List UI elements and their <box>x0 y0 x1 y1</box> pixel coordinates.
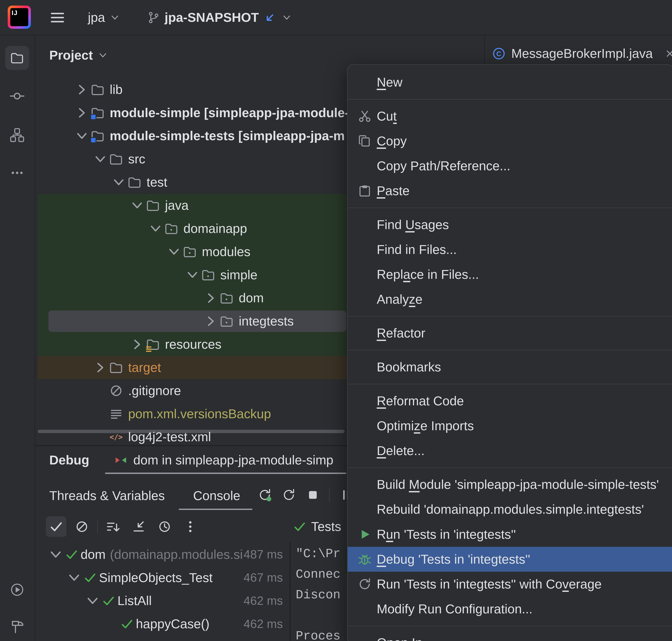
tree-item-gitignore[interactable]: .gitignore <box>38 379 347 402</box>
tree-item-domainapp[interactable]: domainapp <box>38 217 347 240</box>
chevron-down-icon[interactable] <box>92 152 109 166</box>
menu-item-bookmarks[interactable]: Bookmarks <box>348 355 672 380</box>
chevron-right-icon[interactable] <box>74 82 90 97</box>
menu-item-reformat-code[interactable]: Reformat Code <box>348 388 672 413</box>
tool-button-project[interactable] <box>5 46 29 70</box>
history-button[interactable] <box>154 516 175 537</box>
tree-item-src[interactable]: src <box>38 148 347 171</box>
tab-console[interactable]: Console <box>193 489 240 503</box>
tool-button-more[interactable] <box>5 161 29 185</box>
project-panel-header[interactable]: Project <box>49 45 108 66</box>
menu-item-debug-tests-in-integtests[interactable]: Debug 'Tests in 'integtests'' <box>348 547 672 572</box>
menu-separator <box>348 208 672 208</box>
tree-item-test[interactable]: test <box>38 171 347 194</box>
rerun-button[interactable] <box>257 487 272 503</box>
menu-item-copy[interactable]: Copy <box>348 129 672 153</box>
sort-button[interactable] <box>103 516 123 537</box>
chevron-down-icon[interactable] <box>66 570 83 585</box>
ignore-button[interactable] <box>71 516 92 537</box>
kebab-icon <box>183 519 198 534</box>
project-widget[interactable]: jpa <box>88 8 121 27</box>
chevron-down-icon[interactable] <box>84 594 101 608</box>
test-results-tree: dom(domainapp.modules.si487 msSimpleObje… <box>38 543 290 636</box>
tree-item-lib[interactable]: lib <box>38 78 347 101</box>
menu-item-analyze[interactable]: Analyze <box>348 287 672 312</box>
menu-item-open-in[interactable]: Open In <box>348 630 672 641</box>
menu-icon-spacer <box>357 292 374 307</box>
chevron-down-icon[interactable] <box>129 198 145 213</box>
tree-item-log4j2-test-xml[interactable]: </>log4j2-test.xml <box>38 425 347 445</box>
panel-divider[interactable] <box>290 542 291 641</box>
menu-item-find-in-files[interactable]: Find in Files... <box>348 237 672 262</box>
tree-item-label: target <box>128 360 161 375</box>
intellij-logo-icon[interactable]: IJ <box>8 5 31 29</box>
tool-button-structure[interactable] <box>5 123 29 147</box>
menu-item-cut[interactable]: Cut <box>348 104 672 129</box>
options-button[interactable] <box>180 516 200 537</box>
tool-button-commit[interactable] <box>5 84 29 108</box>
tree-item-resources[interactable]: resources <box>38 333 347 356</box>
rerun-failed-button[interactable] <box>281 487 297 503</box>
show-passed-button[interactable] <box>46 516 67 537</box>
menu-item-refactor[interactable]: Refactor <box>348 321 672 345</box>
chevron-right-icon[interactable] <box>203 291 219 305</box>
chevron-right-icon[interactable] <box>203 314 219 329</box>
copy-icon <box>357 133 374 149</box>
chevron-down-icon[interactable] <box>184 268 200 282</box>
test-item-happycase[interactable]: happyCase()462 ms <box>38 612 290 636</box>
svg-text:</>: </> <box>110 433 123 441</box>
tool-button-run[interactable] <box>5 578 29 602</box>
chevron-right-icon[interactable] <box>129 337 145 352</box>
editor-tab[interactable]: C MessageBrokerImpl.java <box>492 44 672 63</box>
main-menu-button[interactable] <box>46 9 69 26</box>
tree-item-java[interactable]: java <box>38 194 347 217</box>
tree-item-module-simple-tests-simpleapp-jpa-m[interactable]: module-simple-tests [simpleapp-jpa-m <box>38 124 347 148</box>
menu-item-find-usages[interactable]: Find Usages <box>348 212 672 237</box>
tree-item-dom[interactable]: dom <box>38 286 347 310</box>
chevron-down-icon <box>97 50 108 61</box>
menu-separator <box>348 316 672 317</box>
sort-icon <box>106 519 121 534</box>
menu-icon-spacer <box>357 477 374 492</box>
menu-item-rebuild-domainapp-modules-simple-integtests[interactable]: Rebuild 'domainapp.modules.simple.integt… <box>348 497 672 522</box>
menu-icon-spacer <box>357 74 374 90</box>
tree-item-simple[interactable]: simple <box>38 263 347 286</box>
test-item-simpleobjects-test[interactable]: SimpleObjects_Test467 ms <box>38 566 290 589</box>
chevron-down-icon[interactable] <box>111 175 127 190</box>
menu-item-replace-in-files[interactable]: Replace in Files... <box>348 262 672 287</box>
menu-item-modify-run-configuration[interactable]: Modify Run Configuration... <box>348 597 672 622</box>
menu-item-run-tests-in-integtests-with-coverage[interactable]: Run 'Tests in 'integtests'' with Coverag… <box>348 572 672 597</box>
tool-button-build[interactable] <box>5 615 29 639</box>
tree-item-pom-xml-versionsbackup[interactable]: pom.xml.versionsBackup <box>38 402 347 425</box>
menu-item-new[interactable]: New <box>348 70 672 95</box>
chevron-down-icon[interactable] <box>47 547 64 562</box>
vcs-widget[interactable]: jpa-SNAPSHOT <box>146 8 292 27</box>
menu-item-copy-path-reference[interactable]: Copy Path/Reference... <box>348 153 672 178</box>
chevron-down-icon[interactable] <box>166 244 182 259</box>
tree-item-label: simple <box>220 268 257 282</box>
menu-item-delete[interactable]: Delete... <box>348 438 672 463</box>
tree-item-module-simple-simpleapp-jpa-module[interactable]: module-simple [simpleapp-jpa-module- <box>38 101 347 124</box>
menu-icon-spacer <box>357 158 374 174</box>
tree-item-target[interactable]: target <box>38 356 347 379</box>
chevron-right-icon[interactable] <box>92 360 109 375</box>
debug-session-tab[interactable]: dom in simpleapp-jpa-module-simp <box>113 449 333 471</box>
debug-session-tab-label: dom in simpleapp-jpa-module-simp <box>133 453 333 467</box>
chevron-down-icon[interactable] <box>74 129 90 143</box>
chevron-right-icon[interactable] <box>74 106 90 120</box>
stop-button[interactable] <box>305 487 321 503</box>
tree-item-modules[interactable]: modules <box>38 240 347 263</box>
tab-threads-variables[interactable]: Threads & Variables <box>49 489 165 503</box>
close-icon[interactable] <box>664 47 672 59</box>
menu-item-optimize-imports[interactable]: Optimize Imports <box>348 413 672 438</box>
menu-item-label: Copy Path/Reference... <box>377 159 510 173</box>
menu-item-run-tests-in-integtests[interactable]: Run 'Tests in 'integtests'' <box>348 522 672 547</box>
chevron-down-icon[interactable] <box>148 221 164 236</box>
tree-item-integtests[interactable]: integtests <box>38 310 347 333</box>
menu-item-paste[interactable]: Paste <box>348 178 672 203</box>
flatten-button[interactable] <box>129 516 149 537</box>
test-item-listall[interactable]: ListAll462 ms <box>38 589 290 612</box>
test-item-dom[interactable]: dom(domainapp.modules.si487 ms <box>38 543 290 566</box>
chevron-spacer <box>92 407 109 421</box>
menu-item-build-module-simpleapp-jpa-module-simple-tests[interactable]: Build Module 'simpleapp-jpa-module-simpl… <box>348 472 672 497</box>
